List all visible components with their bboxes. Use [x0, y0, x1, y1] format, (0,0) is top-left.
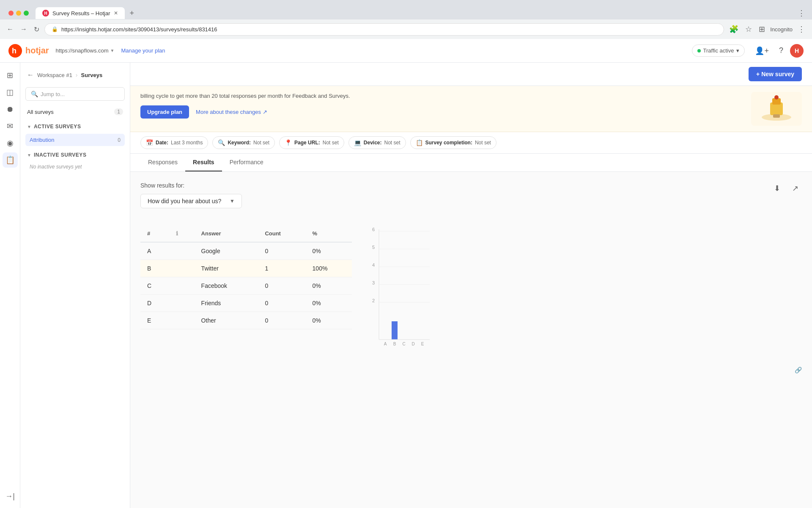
row-c-percent: 0% — [306, 277, 352, 295]
row-c-answer: Facebook — [195, 277, 258, 295]
nav-heatmaps-button[interactable]: ◫ — [3, 85, 18, 100]
tab-performance-label: Performance — [230, 159, 263, 166]
icon-navigation: ⊞ ◫ ⏺ ✉ ◉ 📋 →| — [0, 63, 20, 508]
new-survey-button[interactable]: + New survey — [749, 67, 802, 81]
keyword-filter[interactable]: 🔍 Keyword: Not set — [212, 136, 275, 149]
browser-tab-active[interactable]: H Survey Results – Hotjar ✕ — [36, 7, 125, 19]
manage-plan-link[interactable]: Manage your plan — [121, 47, 165, 54]
forward-button[interactable]: → — [19, 24, 29, 35]
hotjar-logo[interactable]: h hotjar — [8, 44, 49, 58]
tab-results[interactable]: Results — [185, 154, 222, 171]
svg-text:4: 4 — [372, 262, 375, 268]
sidebar-search-box[interactable]: 🔍 Jump to... — [25, 87, 125, 101]
survey-completion-value: Not set — [475, 140, 491, 146]
row-b-count: 1 — [258, 260, 305, 277]
address-bar[interactable]: 🔒 https://insights.hotjar.com/sites/3090… — [44, 23, 724, 36]
download-button[interactable]: ⬇ — [771, 182, 784, 195]
results-actions: ⬇ ↗ — [771, 182, 802, 195]
illustration-svg — [755, 94, 798, 124]
results-content-area: Show results for: How did you hear about… — [130, 172, 812, 384]
banner-content: billing cycle to get more than 20 total … — [140, 92, 751, 119]
nav-collapse-button[interactable]: →| — [3, 489, 18, 504]
tab-close-button[interactable]: ✕ — [114, 10, 118, 16]
row-d-answer: Friends — [195, 295, 258, 312]
row-b-info — [169, 260, 195, 277]
back-button[interactable]: ← — [5, 24, 15, 35]
date-filter-value: Last 3 months — [171, 140, 203, 146]
page-url-filter[interactable]: 📍 Page URL: Not set — [279, 136, 344, 149]
row-c-info — [169, 277, 195, 295]
svg-text:6: 6 — [372, 227, 375, 232]
browser-controls-bar: ← → ↻ 🔒 https://insights.hotjar.com/site… — [0, 19, 812, 39]
new-tab-button[interactable]: + — [126, 7, 138, 19]
traffic-status-label: Traffic active — [703, 47, 734, 54]
table-row-highlighted: B Twitter 1 100% — [140, 260, 352, 277]
grid-icon[interactable]: ⊞ — [757, 23, 767, 36]
nav-surveys-button[interactable]: 📋 — [3, 152, 18, 168]
question-dropdown[interactable]: How did you hear about us? ▼ — [140, 194, 242, 208]
help-button[interactable]: ? — [776, 44, 787, 57]
extensions-icon[interactable]: 🧩 — [727, 23, 740, 36]
table-row: E Other 0 0% — [140, 312, 352, 329]
site-url-display[interactable]: https://snapflows.com ▼ — [56, 47, 115, 54]
table-row: C Facebook 0 0% — [140, 277, 352, 295]
svg-rect-20 — [392, 321, 398, 340]
row-c-letter: C — [140, 277, 169, 295]
sidebar: ← Workspace #1 › Surveys 🔍 Jump to... Al… — [20, 63, 130, 508]
site-url-text: https://snapflows.com — [56, 47, 109, 54]
refresh-button[interactable]: ↻ — [32, 24, 41, 35]
row-d-info — [169, 295, 195, 312]
nav-dashboard-button[interactable]: ⊞ — [3, 68, 18, 83]
keyword-filter-value: Not set — [253, 140, 269, 146]
svg-point-6 — [774, 95, 779, 99]
device-filter[interactable]: 💻 Device: Not set — [348, 136, 406, 149]
nav-events-button[interactable]: ◉ — [3, 135, 18, 151]
date-filter[interactable]: 📅 Date: Last 3 months — [140, 136, 208, 149]
all-surveys-link[interactable]: All surveys 1 — [25, 106, 125, 118]
more-about-changes-link[interactable]: More about these changes ↗ — [196, 109, 267, 115]
tab-responses[interactable]: Responses — [140, 154, 185, 171]
nav-feedback-button[interactable]: ✉ — [3, 119, 18, 134]
inactive-surveys-section-header[interactable]: ▼ Inactive surveys — [25, 149, 125, 160]
traffic-status-indicator[interactable]: Traffic active ▾ — [692, 44, 745, 57]
traffic-light-yellow[interactable] — [16, 11, 21, 16]
active-surveys-section-header[interactable]: ▼ Active surveys — [25, 121, 125, 132]
tab-title: Survey Results – Hotjar — [52, 10, 110, 17]
attribution-survey-item[interactable]: Attribution 0 — [25, 134, 125, 146]
svg-text:B: B — [393, 342, 396, 346]
main-top-bar: + New survey — [130, 63, 812, 86]
browser-window-controls[interactable]: ⋮ — [796, 7, 807, 19]
chart-link-icon[interactable]: 🔗 — [795, 367, 802, 373]
bookmark-icon[interactable]: ☆ — [743, 23, 754, 36]
tab-performance[interactable]: Performance — [222, 154, 271, 171]
user-avatar[interactable]: H — [790, 44, 804, 58]
banner-illustration — [751, 92, 802, 126]
row-e-percent: 0% — [306, 312, 352, 329]
info-icon[interactable]: ℹ — [176, 230, 178, 237]
browser-menu-button[interactable]: ⋮ — [796, 23, 807, 36]
survey-completion-filter[interactable]: 📋 Survey completion: Not set — [410, 136, 497, 149]
keyword-filter-icon: 🔍 — [218, 139, 225, 146]
device-filter-value: Not set — [384, 140, 401, 146]
attribution-item-count: 0 — [118, 137, 121, 143]
active-surveys-label: Active surveys — [34, 124, 81, 130]
logo-text: hotjar — [25, 46, 49, 55]
breadcrumb-back-button[interactable]: ← — [27, 71, 34, 79]
upgrade-plan-button[interactable]: Upgrade plan — [140, 105, 189, 119]
breadcrumb-workspace: Workspace #1 — [37, 72, 72, 78]
new-survey-button-label: + New survey — [756, 71, 794, 77]
nav-recordings-button[interactable]: ⏺ — [3, 102, 18, 117]
date-filter-label: Date: — [156, 140, 168, 146]
bar-chart-svg: 6 5 4 3 2 — [362, 225, 438, 361]
row-a-percent: 0% — [306, 242, 352, 260]
share-button[interactable]: ↗ — [789, 182, 802, 195]
app-header: h hotjar https://snapflows.com ▼ Manage … — [0, 39, 812, 63]
col-header-number: # — [140, 225, 169, 242]
traffic-light-red[interactable] — [8, 11, 14, 16]
svg-text:3: 3 — [372, 280, 375, 285]
traffic-light-green[interactable] — [24, 11, 29, 16]
table-header-row: # ℹ Answer Count % — [140, 225, 352, 242]
row-e-letter: E — [140, 312, 169, 329]
table-row: A Google 0 0% — [140, 242, 352, 260]
add-user-button[interactable]: 👤+ — [752, 44, 772, 57]
